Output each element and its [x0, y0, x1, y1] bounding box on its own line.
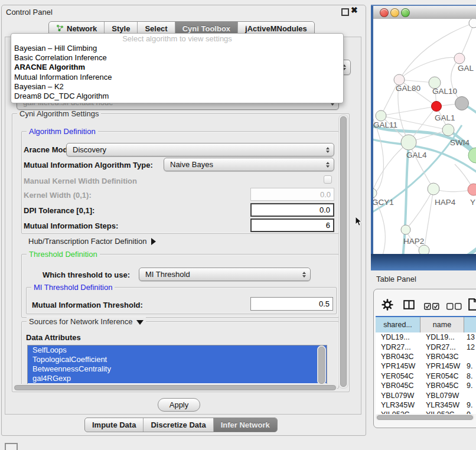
algorithm-option-bayesian-k2[interactable]: Bayesian – K2 [11, 82, 343, 92]
which-threshold-label: Which threshold to use: [43, 271, 130, 279]
algorithm-option-aracne-algorithm[interactable]: ARACNE Algorithm [11, 63, 343, 72]
cyni-bottom-tab-bar: Impute DataDiscretize DataInfer Network [84, 418, 278, 432]
table-cell: 9. [464, 381, 476, 390]
network-icon [56, 24, 64, 34]
table-cell: 13 [464, 333, 476, 341]
manual-kernel-width-label: Manual Kernel Width Definition [24, 177, 137, 185]
table-cell: YDL19... [420, 333, 464, 341]
column-header-name[interactable]: name [420, 317, 464, 332]
node-label-gal1: GAL1 [435, 113, 455, 122]
table-row[interactable]: YLR345WYLR345W9. [376, 400, 476, 410]
manual-kernel-width-checkbox[interactable] [324, 175, 332, 184]
attr-list-scrollbar[interactable] [317, 345, 326, 385]
table-cell: YER054C [376, 372, 420, 380]
network-node[interactable] [442, 124, 454, 136]
collapse-arrow-icon [136, 320, 144, 325]
sources-title[interactable]: Sources for Network Inference [27, 317, 146, 326]
minimize-traffic-light[interactable] [390, 8, 399, 17]
network-window-titlebar[interactable] [373, 6, 476, 19]
network-canvas[interactable]: GALGAL80GAL10GAL1GAL11SWI4GAL4GCY1HAP4YH… [373, 19, 476, 254]
column-header-shared-[interactable]: shared... [376, 317, 420, 332]
close-icon[interactable]: ✖ [351, 5, 358, 15]
document-icon[interactable] [468, 298, 476, 313]
zoom-traffic-light[interactable] [401, 8, 410, 17]
network-node-gal1[interactable] [432, 102, 442, 112]
split-columns-icon[interactable] [403, 300, 415, 312]
data-attribute-item[interactable]: TopologicalCoefficient [28, 355, 327, 364]
checked-pair-icon[interactable] [424, 302, 439, 312]
tab-label: Network [67, 24, 97, 33]
aracne-mode-combo[interactable]: Discovery [66, 143, 334, 156]
tab-discretize-data[interactable]: Discretize Data [143, 418, 213, 432]
settings-vertical-scrollbar[interactable] [338, 115, 348, 389]
aracne-mode-value: Discovery [73, 145, 106, 154]
table-row[interactable]: YER054CYER054C8. [376, 371, 476, 381]
table-row[interactable]: YPR145WYPR145W9. [376, 361, 476, 371]
mi-algorithm-type-label: Mutual Information Algorithm Type: [24, 161, 153, 169]
hub-definition-expander[interactable]: Hub/Transcription Factor Definition [28, 237, 156, 246]
network-node-y[interactable] [468, 184, 476, 195]
table-row[interactable]: YBR045CYBR045C9. [376, 381, 476, 390]
table-cell: 9. [464, 401, 476, 409]
kernel-width-field[interactable] [250, 188, 334, 201]
mi-threshold-definition-title: MI Threshold Definition [31, 283, 115, 292]
network-edge [373, 142, 409, 193]
tab-infer-network[interactable]: Infer Network [213, 418, 277, 432]
table-cell: YBR045C [376, 381, 420, 390]
table-cell: YDR27... [420, 343, 464, 351]
network-node-gal4[interactable] [401, 135, 416, 150]
which-threshold-combo[interactable]: MI Threshold [139, 268, 311, 281]
table-cell: YBR045C [420, 381, 464, 390]
algorithm-option-dream8-dc-tdc-algorithm[interactable]: Dream8 DC_TDC Algorithm [11, 92, 343, 101]
algorithm-option-bayesian-hill-climbing[interactable]: Bayesian – Hill Climbing [11, 44, 343, 53]
data-attributes-label: Data Attributes [26, 334, 81, 342]
gear-icon[interactable] [382, 299, 393, 313]
combo-stepper-icon [326, 147, 330, 153]
mi-threshold-field[interactable] [250, 297, 333, 311]
unchecked-pair-icon[interactable] [446, 302, 462, 312]
network-edge [424, 189, 433, 250]
table-row[interactable]: YDR27...YDR27...12 [376, 342, 476, 351]
table-row[interactable]: YDL19...YDL19...13 [376, 332, 476, 342]
column-header-2[interactable] [464, 317, 476, 332]
network-graph: GALGAL80GAL10GAL1GAL11SWI4GAL4GCY1HAP4YH… [373, 19, 476, 254]
apply-button[interactable]: Apply [158, 398, 200, 412]
tab-label: Cyni Toolbox [182, 24, 230, 33]
table-row[interactable]: YBR043CYBR043C [376, 352, 476, 361]
node-label-y: Y [470, 198, 475, 207]
node-label-gcy1: GCY1 [373, 198, 394, 207]
node-label-gal11: GAL11 [373, 120, 397, 129]
algorithm-option-basic-correlation-inference[interactable]: Basic Correlation Inference [11, 53, 343, 63]
data-attribute-item[interactable]: SelfLoops [28, 345, 327, 355]
network-node[interactable] [419, 245, 429, 254]
data-attribute-item[interactable]: BetweennessCentrality [28, 364, 327, 374]
minimized-panel-icon[interactable] [5, 443, 18, 450]
network-node-gal[interactable] [454, 53, 465, 64]
mi-steps-field[interactable] [250, 219, 334, 232]
network-node-gal11[interactable] [376, 110, 386, 121]
table-horizontal-scrollbar[interactable] [376, 414, 474, 420]
mi-algorithm-type-combo[interactable]: Naive Bayes [164, 158, 334, 171]
settings-horizontal-scrollbar[interactable] [13, 384, 337, 391]
network-edge [381, 106, 436, 116]
data-attribute-item[interactable]: gal4RGexp [28, 374, 327, 383]
float-icon[interactable] [341, 8, 349, 16]
mouse-cursor-icon [355, 216, 362, 229]
algorithm-option-mutual-information-inference[interactable]: Mutual Information Inference [11, 73, 343, 82]
network-node[interactable] [455, 97, 469, 110]
close-traffic-light[interactable] [380, 8, 389, 17]
network-node-gcy1[interactable] [373, 188, 377, 198]
mi-algorithm-type-value: Naive Bayes [170, 160, 213, 169]
dpi-tolerance-label: DPI Tolerance [0,1]: [24, 207, 94, 215]
network-node[interactable] [469, 19, 476, 28]
table-cell: YPR145W [420, 362, 464, 370]
kernel-width-label: Kernel Width (0,1): [24, 191, 92, 200]
network-node-hap4[interactable] [428, 183, 439, 195]
tab-label: jActiveMNodules [245, 24, 307, 33]
table-panel-title: Table Panel [376, 275, 416, 283]
tab-impute-data[interactable]: Impute Data [85, 418, 143, 432]
dpi-tolerance-field[interactable] [250, 203, 334, 217]
table-row[interactable]: YIL052CYIL052C9. [376, 410, 476, 414]
network-node-hap2[interactable] [401, 225, 410, 234]
table-row[interactable]: YBL079WYBL079W [376, 390, 476, 400]
